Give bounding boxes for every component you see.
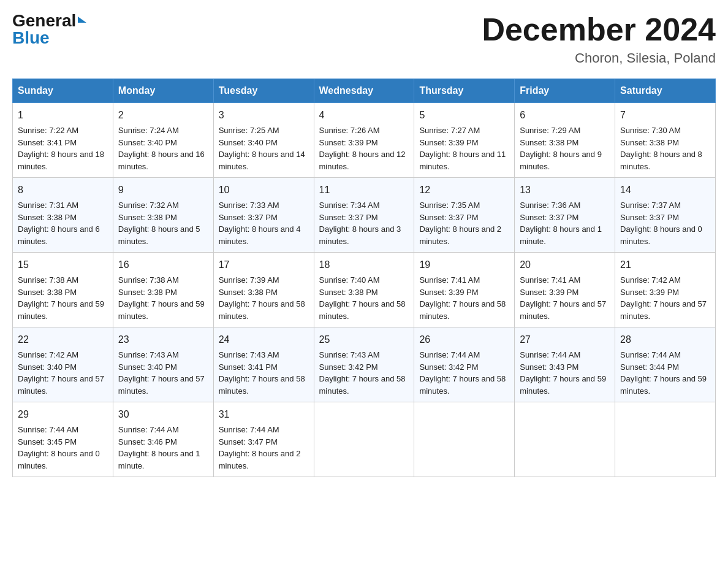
header-row: SundayMondayTuesdayWednesdayThursdayFrid… [13, 79, 716, 103]
calendar-cell: 29 Sunrise: 7:44 AMSunset: 3:45 PMDaylig… [13, 402, 113, 477]
col-header-saturday: Saturday [615, 79, 716, 103]
day-number: 19 [419, 258, 509, 272]
day-number: 26 [419, 332, 509, 347]
day-number: 27 [520, 332, 610, 347]
day-number: 3 [219, 108, 309, 123]
week-row-1: 1 Sunrise: 7:22 AMSunset: 3:41 PMDayligh… [13, 103, 716, 178]
day-number: 20 [520, 258, 610, 272]
day-info: Sunrise: 7:44 AMSunset: 3:42 PMDaylight:… [419, 350, 506, 396]
logo-general-text: General [12, 12, 76, 29]
day-number: 30 [118, 407, 208, 422]
calendar-cell: 15 Sunrise: 7:38 AMSunset: 3:38 PMDaylig… [13, 253, 113, 327]
calendar-cell [314, 402, 414, 477]
day-number: 12 [419, 183, 509, 197]
day-number: 14 [620, 183, 710, 197]
day-info: Sunrise: 7:40 AMSunset: 3:38 PMDaylight:… [319, 275, 406, 321]
day-info: Sunrise: 7:31 AMSunset: 3:38 PMDaylight:… [18, 201, 100, 246]
day-number: 13 [520, 183, 610, 197]
day-number: 28 [620, 332, 710, 347]
col-header-friday: Friday [515, 79, 615, 103]
day-info: Sunrise: 7:22 AMSunset: 3:41 PMDaylight:… [18, 126, 104, 171]
page-header: General Blue December 2024 Choron, Siles… [12, 12, 716, 66]
day-number: 24 [219, 332, 309, 347]
calendar-cell: 17 Sunrise: 7:39 AMSunset: 3:38 PMDaylig… [213, 253, 314, 327]
day-info: Sunrise: 7:24 AMSunset: 3:40 PMDaylight:… [118, 126, 205, 171]
day-info: Sunrise: 7:30 AMSunset: 3:38 PMDaylight:… [620, 126, 702, 171]
day-info: Sunrise: 7:44 AMSunset: 3:47 PMDaylight:… [219, 425, 301, 470]
day-number: 22 [18, 332, 108, 347]
day-info: Sunrise: 7:44 AMSunset: 3:45 PMDaylight:… [18, 425, 100, 470]
day-info: Sunrise: 7:42 AMSunset: 3:39 PMDaylight:… [620, 275, 707, 321]
logo: General Blue [12, 12, 86, 47]
calendar-cell: 1 Sunrise: 7:22 AMSunset: 3:41 PMDayligh… [13, 103, 113, 178]
day-number: 10 [219, 183, 309, 197]
day-number: 31 [219, 407, 309, 422]
day-info: Sunrise: 7:38 AMSunset: 3:38 PMDaylight:… [18, 275, 104, 321]
calendar-cell: 11 Sunrise: 7:34 AMSunset: 3:37 PMDaylig… [314, 178, 414, 253]
calendar-cell: 19 Sunrise: 7:41 AMSunset: 3:39 PMDaylig… [414, 253, 515, 327]
day-number: 4 [319, 108, 409, 123]
calendar-cell: 26 Sunrise: 7:44 AMSunset: 3:42 PMDaylig… [414, 327, 515, 402]
calendar-cell: 31 Sunrise: 7:44 AMSunset: 3:47 PMDaylig… [213, 402, 314, 477]
day-number: 25 [319, 332, 409, 347]
day-info: Sunrise: 7:39 AMSunset: 3:38 PMDaylight:… [219, 275, 305, 321]
calendar-cell: 12 Sunrise: 7:35 AMSunset: 3:37 PMDaylig… [414, 178, 515, 253]
day-info: Sunrise: 7:26 AMSunset: 3:39 PMDaylight:… [319, 126, 406, 171]
day-number: 18 [319, 258, 409, 272]
day-info: Sunrise: 7:27 AMSunset: 3:39 PMDaylight:… [419, 126, 506, 171]
col-header-wednesday: Wednesday [314, 79, 414, 103]
day-number: 17 [219, 258, 309, 272]
calendar-cell: 30 Sunrise: 7:44 AMSunset: 3:46 PMDaylig… [113, 402, 213, 477]
week-row-5: 29 Sunrise: 7:44 AMSunset: 3:45 PMDaylig… [13, 402, 716, 477]
calendar-cell: 5 Sunrise: 7:27 AMSunset: 3:39 PMDayligh… [414, 103, 515, 178]
day-number: 15 [18, 258, 108, 272]
day-number: 7 [620, 108, 710, 123]
day-info: Sunrise: 7:44 AMSunset: 3:43 PMDaylight:… [520, 350, 606, 396]
calendar-cell: 7 Sunrise: 7:30 AMSunset: 3:38 PMDayligh… [615, 103, 716, 178]
day-info: Sunrise: 7:35 AMSunset: 3:37 PMDaylight:… [419, 201, 501, 246]
calendar-cell: 10 Sunrise: 7:33 AMSunset: 3:37 PMDaylig… [213, 178, 314, 253]
calendar-cell: 20 Sunrise: 7:41 AMSunset: 3:39 PMDaylig… [515, 253, 615, 327]
calendar-cell: 27 Sunrise: 7:44 AMSunset: 3:43 PMDaylig… [515, 327, 615, 402]
col-header-sunday: Sunday [13, 79, 113, 103]
week-row-3: 15 Sunrise: 7:38 AMSunset: 3:38 PMDaylig… [13, 253, 716, 327]
day-info: Sunrise: 7:42 AMSunset: 3:40 PMDaylight:… [18, 350, 104, 396]
day-number: 2 [118, 108, 208, 123]
day-number: 23 [118, 332, 208, 347]
day-info: Sunrise: 7:25 AMSunset: 3:40 PMDaylight:… [219, 126, 305, 171]
day-number: 1 [18, 108, 108, 123]
day-info: Sunrise: 7:43 AMSunset: 3:42 PMDaylight:… [319, 350, 406, 396]
day-info: Sunrise: 7:41 AMSunset: 3:39 PMDaylight:… [520, 275, 606, 321]
calendar-cell: 9 Sunrise: 7:32 AMSunset: 3:38 PMDayligh… [113, 178, 213, 253]
calendar-cell: 21 Sunrise: 7:42 AMSunset: 3:39 PMDaylig… [615, 253, 716, 327]
day-info: Sunrise: 7:43 AMSunset: 3:40 PMDaylight:… [118, 350, 205, 396]
day-info: Sunrise: 7:41 AMSunset: 3:39 PMDaylight:… [419, 275, 506, 321]
calendar-cell [615, 402, 716, 477]
calendar-cell [414, 402, 515, 477]
calendar-cell: 22 Sunrise: 7:42 AMSunset: 3:40 PMDaylig… [13, 327, 113, 402]
calendar-cell [515, 402, 615, 477]
day-info: Sunrise: 7:29 AMSunset: 3:38 PMDaylight:… [520, 126, 602, 171]
logo-triangle-icon [78, 17, 86, 23]
day-info: Sunrise: 7:38 AMSunset: 3:38 PMDaylight:… [118, 275, 205, 321]
day-info: Sunrise: 7:44 AMSunset: 3:46 PMDaylight:… [118, 425, 200, 470]
calendar-cell: 24 Sunrise: 7:43 AMSunset: 3:41 PMDaylig… [213, 327, 314, 402]
day-number: 8 [18, 183, 108, 197]
day-number: 9 [118, 183, 208, 197]
day-info: Sunrise: 7:33 AMSunset: 3:37 PMDaylight:… [219, 201, 301, 246]
day-number: 16 [118, 258, 208, 272]
week-row-4: 22 Sunrise: 7:42 AMSunset: 3:40 PMDaylig… [13, 327, 716, 402]
calendar-cell: 4 Sunrise: 7:26 AMSunset: 3:39 PMDayligh… [314, 103, 414, 178]
day-info: Sunrise: 7:43 AMSunset: 3:41 PMDaylight:… [219, 350, 305, 396]
calendar-cell: 23 Sunrise: 7:43 AMSunset: 3:40 PMDaylig… [113, 327, 213, 402]
day-number: 5 [419, 108, 509, 123]
day-info: Sunrise: 7:34 AMSunset: 3:37 PMDaylight:… [319, 201, 401, 246]
calendar-cell: 16 Sunrise: 7:38 AMSunset: 3:38 PMDaylig… [113, 253, 213, 327]
logo-blue-text: Blue [12, 29, 50, 47]
calendar-cell: 13 Sunrise: 7:36 AMSunset: 3:37 PMDaylig… [515, 178, 615, 253]
month-title: December 2024 [482, 12, 716, 47]
calendar-cell: 2 Sunrise: 7:24 AMSunset: 3:40 PMDayligh… [113, 103, 213, 178]
day-number: 6 [520, 108, 610, 123]
day-info: Sunrise: 7:32 AMSunset: 3:38 PMDaylight:… [118, 201, 200, 246]
calendar-cell: 28 Sunrise: 7:44 AMSunset: 3:44 PMDaylig… [615, 327, 716, 402]
